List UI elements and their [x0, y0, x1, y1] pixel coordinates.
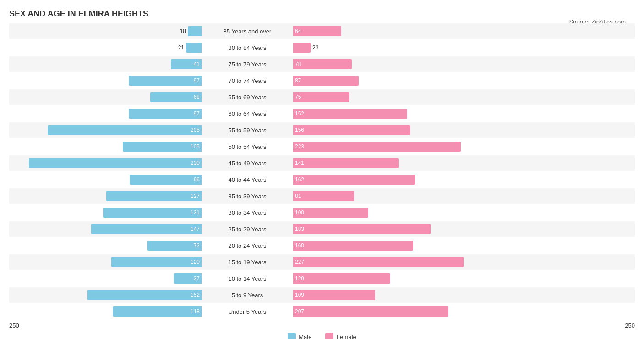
- male-bar: 147: [91, 224, 202, 234]
- male-bar: 118: [113, 306, 202, 317]
- age-label: 50 to 54 Years: [202, 143, 293, 150]
- female-value: 223: [293, 143, 304, 150]
- age-label: 80 to 84 Years: [202, 44, 293, 51]
- female-value: 162: [293, 176, 304, 183]
- female-value: 156: [293, 127, 304, 133]
- male-bar: 205: [48, 125, 202, 135]
- chart-row: 118Under 5 Years207: [9, 304, 635, 319]
- male-bar: [188, 26, 202, 36]
- age-label: 25 to 29 Years: [202, 226, 293, 233]
- female-bar: 160: [293, 241, 413, 251]
- male-side: 41: [9, 59, 202, 69]
- male-bar: 97: [129, 76, 202, 86]
- female-value: 183: [293, 226, 304, 232]
- chart-row: 6865 to 69 Years75: [9, 89, 635, 105]
- female-bar: 129: [293, 273, 390, 284]
- male-value: 97: [194, 110, 202, 117]
- female-side: 156: [293, 125, 486, 135]
- age-label: 75 to 79 Years: [202, 61, 293, 68]
- male-side: 205: [9, 125, 202, 135]
- female-side: 183: [293, 224, 486, 234]
- male-side: 230: [9, 158, 202, 168]
- male-side: 21: [9, 43, 202, 53]
- chart-row: 9770 to 74 Years87: [9, 73, 635, 88]
- age-label: Under 5 Years: [202, 308, 293, 315]
- female-bar: [293, 43, 311, 53]
- female-value: 160: [293, 242, 304, 249]
- male-bar: 41: [171, 59, 202, 69]
- male-side: 131: [9, 208, 202, 218]
- female-side: 162: [293, 175, 486, 185]
- axis-labels: 250 250: [9, 322, 635, 329]
- male-side: 120: [9, 257, 202, 267]
- male-side: 97: [9, 109, 202, 119]
- male-bar: 120: [111, 257, 202, 267]
- female-value: 78: [293, 61, 301, 67]
- female-value: 87: [293, 77, 301, 84]
- female-side: 227: [293, 257, 486, 267]
- chart-row: 10550 to 54 Years223: [9, 139, 635, 154]
- male-bar: [186, 43, 202, 53]
- male-side: 127: [9, 191, 202, 201]
- female-bar: 78: [293, 59, 352, 69]
- female-bar: 162: [293, 175, 415, 185]
- female-bar: 100: [293, 208, 368, 218]
- female-bar: 141: [293, 158, 399, 168]
- male-side: 68: [9, 92, 202, 102]
- female-bar: 109: [293, 290, 375, 300]
- female-side: 64: [293, 26, 486, 36]
- male-value: 72: [194, 242, 202, 249]
- axis-left: 250: [9, 322, 19, 329]
- female-side: 87: [293, 76, 486, 86]
- chart-row: 9640 to 44 Years162: [9, 172, 635, 187]
- male-bar: 131: [103, 208, 202, 218]
- female-side: 23: [293, 43, 486, 53]
- female-value-outside: 23: [311, 44, 318, 51]
- male-value-outside: 18: [180, 28, 188, 34]
- female-bar: 75: [293, 92, 349, 102]
- legend: Male Female: [9, 333, 635, 339]
- legend-male-box: [288, 333, 296, 339]
- chart-row: 7220 to 24 Years160: [9, 238, 635, 253]
- chart-row: 12735 to 39 Years81: [9, 188, 635, 204]
- male-value: 205: [191, 127, 202, 133]
- male-value: 152: [191, 292, 202, 298]
- age-label: 65 to 69 Years: [202, 94, 293, 101]
- age-label: 30 to 34 Years: [202, 209, 293, 216]
- legend-male-label: Male: [299, 334, 311, 339]
- legend-female: Female: [325, 333, 356, 339]
- male-value: 131: [191, 209, 202, 216]
- female-side: 75: [293, 92, 486, 102]
- chart-row: 1885 Years and over64: [9, 23, 635, 39]
- female-bar: 223: [293, 142, 461, 152]
- female-value: 207: [293, 308, 304, 315]
- age-label: 45 to 49 Years: [202, 160, 293, 167]
- age-label: 20 to 24 Years: [202, 242, 293, 249]
- female-bar: 207: [293, 306, 448, 317]
- legend-male: Male: [288, 333, 311, 339]
- female-bar: 227: [293, 257, 464, 267]
- legend-female-box: [325, 333, 333, 339]
- male-bar: 96: [130, 175, 202, 185]
- male-value: 147: [191, 226, 202, 232]
- male-value: 120: [191, 259, 202, 265]
- female-value: 64: [293, 28, 301, 34]
- female-bar: 183: [293, 224, 431, 234]
- male-side: 72: [9, 241, 202, 251]
- chart-title: SEX AND AGE IN ELMIRA HEIGHTS: [9, 9, 635, 19]
- female-side: 78: [293, 59, 486, 69]
- female-value: 100: [293, 209, 304, 216]
- male-value: 37: [194, 275, 202, 282]
- age-label: 10 to 14 Years: [202, 275, 293, 282]
- chart-row: 14725 to 29 Years183: [9, 221, 635, 237]
- male-bar: 72: [147, 241, 202, 251]
- chart-row: 23045 to 49 Years141: [9, 155, 635, 171]
- male-bar: 68: [150, 92, 202, 102]
- female-bar: 156: [293, 125, 410, 135]
- male-bar: 127: [106, 191, 202, 201]
- male-value: 230: [191, 160, 202, 166]
- female-value: 109: [293, 292, 304, 298]
- axis-right: 250: [625, 322, 635, 329]
- male-value: 127: [191, 193, 202, 199]
- age-label: 55 to 59 Years: [202, 127, 293, 134]
